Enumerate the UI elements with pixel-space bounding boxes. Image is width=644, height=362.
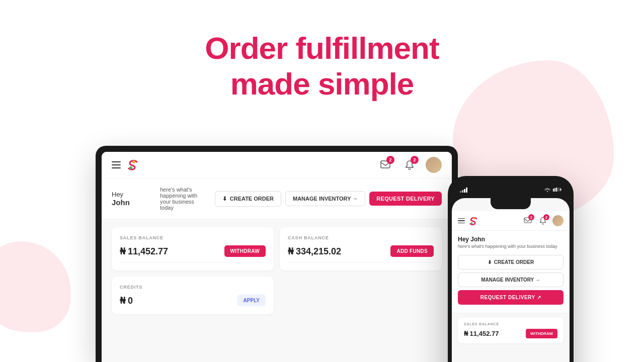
- svg-rect-14: [561, 189, 561, 190]
- apply-button[interactable]: APPLY: [237, 295, 266, 306]
- credits-card: CREDITS ₦ 0 APPLY: [112, 277, 274, 314]
- hamburger-menu-icon[interactable]: [112, 161, 121, 168]
- devices-container: 2 2 Hey: [70, 146, 574, 362]
- svg-marker-4: [462, 190, 463, 193]
- phone-notch: [491, 198, 531, 209]
- phone-screen: 2 2 Hey John here's what's happening wit…: [452, 198, 570, 362]
- phone-greeting: Hey John: [458, 236, 564, 243]
- cash-balance-body: ₦ 334,215.02 ADD FUNDS: [288, 245, 434, 257]
- app-header-left: [112, 158, 141, 172]
- app-logo: [127, 158, 141, 172]
- svg-rect-13: [560, 189, 561, 191]
- svg-marker-5: [464, 189, 465, 193]
- sales-balance-body: ₦ 11,452.77 WITHDRAW: [120, 245, 266, 257]
- svg-marker-6: [466, 188, 467, 193]
- mail-badge: 2: [386, 156, 394, 164]
- phone-bell-icon[interactable]: 2: [537, 215, 548, 226]
- hero-section: Order fulfillment made simple: [0, 30, 644, 102]
- greeting-hey: Hey: [112, 191, 152, 198]
- decorative-blob-left: [0, 241, 70, 332]
- request-delivery-label: REQUEST DELIVERY: [376, 196, 435, 202]
- app-greeting: Hey John: [112, 191, 152, 207]
- card-divider: [120, 262, 266, 262]
- sales-balance-value: ₦ 11,452.77: [120, 246, 168, 257]
- phone-mail-badge: 2: [528, 214, 534, 220]
- greeting-name: John: [112, 198, 152, 207]
- sales-balance-card: SALES BALANCE ₦ 11,452.77 WITHDRAW: [112, 227, 274, 270]
- svg-point-7: [547, 191, 548, 192]
- hero-line1: Order fulfillment: [205, 31, 439, 65]
- phone-hamburger-icon[interactable]: [458, 218, 465, 224]
- create-order-button[interactable]: ⬇ CREATE ORDER: [215, 191, 281, 207]
- svg-point-16: [471, 222, 473, 224]
- phone-sales-balance-body: ₦ 11,452.77 WITHDRAW: [464, 329, 557, 338]
- phone-withdraw-button[interactable]: WITHDRAW: [526, 329, 557, 338]
- hero-line2: made simple: [230, 66, 414, 101]
- app-hero-subtext: here's what's happening with your busine…: [160, 187, 207, 211]
- svg-point-0: [132, 160, 135, 163]
- bell-icon[interactable]: 2: [401, 157, 418, 173]
- phone-download-icon: ⬇: [488, 259, 492, 265]
- app-header: 2 2: [102, 152, 452, 178]
- phone-header-left: [458, 216, 479, 226]
- phone-avatar[interactable]: [552, 215, 564, 226]
- bell-badge: 2: [411, 156, 419, 164]
- tablet-screen: 2 2 Hey: [102, 152, 452, 362]
- app-hero-banner: Hey John here's what's happening with yo…: [102, 178, 452, 219]
- tablet-mockup: 2 2 Hey: [96, 146, 458, 362]
- phone-header-right: 2 2: [522, 215, 564, 226]
- manage-inventory-label: MANAGE INVENTORY →: [293, 196, 358, 202]
- svg-point-15: [473, 218, 475, 220]
- svg-rect-11: [557, 188, 558, 192]
- app-hero-actions: ⬇ CREATE ORDER MANAGE INVENTORY → REQUES…: [215, 191, 442, 207]
- card-divider-2: [288, 262, 434, 262]
- phone-request-delivery-label: REQUEST DELIVERY ↗: [480, 295, 541, 300]
- svg-point-1: [129, 166, 132, 169]
- credits-body: ₦ 0 APPLY: [120, 295, 266, 306]
- mail-icon[interactable]: 2: [377, 157, 393, 173]
- phone-sales-balance-label: SALES BALANCE: [464, 322, 557, 326]
- phone-manage-inventory-label: MANAGE INVENTORY →: [481, 277, 540, 283]
- phone-create-order-label: CREATE ORDER: [494, 259, 534, 265]
- user-avatar[interactable]: [426, 157, 442, 173]
- phone-sales-balance-value: ₦ 11,452.77: [464, 330, 499, 337]
- cash-balance-card: CASH BALANCE ₦ 334,215.02 ADD FUNDS: [280, 227, 442, 270]
- phone-bell-badge: 2: [543, 214, 549, 220]
- phone-status-icons: [544, 188, 561, 193]
- phone-request-delivery-button[interactable]: REQUEST DELIVERY ↗: [458, 290, 564, 305]
- phone-mail-icon[interactable]: 2: [522, 215, 533, 226]
- create-order-label: CREATE ORDER: [230, 196, 274, 202]
- sales-balance-label: SALES BALANCE: [120, 235, 266, 240]
- phone-app-header: 2 2: [452, 211, 570, 231]
- svg-marker-3: [460, 191, 461, 193]
- phone-create-order-button[interactable]: ⬇ CREATE ORDER: [458, 255, 564, 269]
- add-funds-button[interactable]: ADD FUNDS: [390, 245, 434, 257]
- svg-rect-9: [554, 188, 555, 192]
- phone-content: Hey John here's what's happening with yo…: [452, 231, 570, 313]
- cash-balance-label: CASH BALANCE: [288, 235, 434, 240]
- credits-value: ₦ 0: [120, 295, 133, 306]
- phone-mockup: 2 2 Hey John here's what's happening wit…: [448, 176, 574, 362]
- download-icon: ⬇: [222, 196, 227, 202]
- cash-balance-value: ₦ 334,215.02: [288, 246, 341, 257]
- app-header-right: 2 2: [377, 157, 442, 173]
- request-delivery-button[interactable]: REQUEST DELIVERY: [369, 192, 442, 206]
- phone-status-bar: [452, 183, 570, 197]
- svg-rect-10: [556, 188, 557, 192]
- phone-logo: [469, 216, 479, 226]
- credits-label: CREDITS: [120, 285, 266, 290]
- dashboard-cards: SALES BALANCE ₦ 11,452.77 WITHDRAW CASH …: [102, 219, 452, 322]
- phone-sales-balance-card: SALES BALANCE ₦ 11,452.77 WITHDRAW: [458, 317, 564, 343]
- signal-icon: [460, 186, 468, 195]
- withdraw-button[interactable]: WITHDRAW: [224, 245, 266, 257]
- svg-rect-8: [553, 189, 554, 192]
- manage-inventory-button[interactable]: MANAGE INVENTORY →: [285, 191, 365, 206]
- phone-manage-inventory-button[interactable]: MANAGE INVENTORY →: [458, 273, 564, 287]
- phone-subtext: here's what's happening with your busine…: [458, 244, 564, 249]
